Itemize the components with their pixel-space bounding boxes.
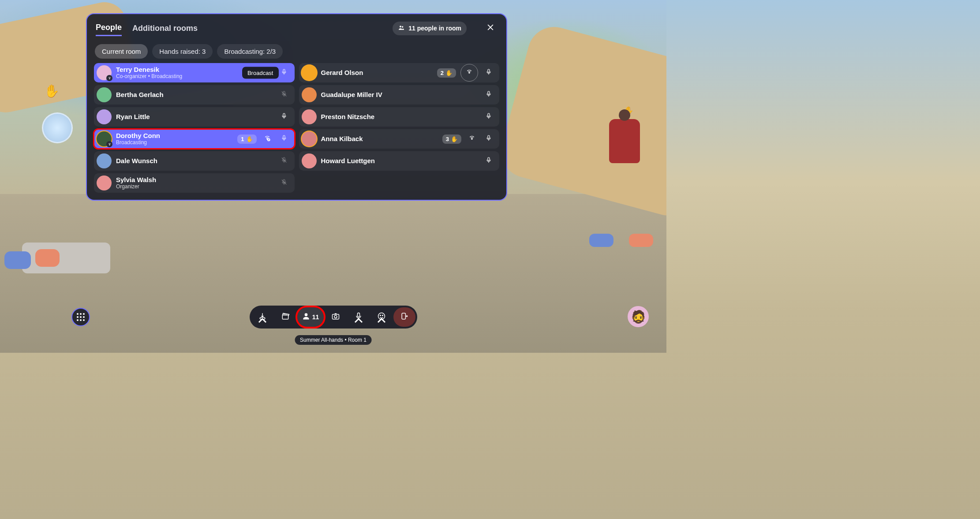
svg-point-17 bbox=[471, 138, 472, 139]
mic-muted-icon bbox=[281, 179, 288, 187]
svg-rect-10 bbox=[488, 91, 490, 94]
svg-point-32 bbox=[382, 315, 383, 316]
person-name-col: Howard Luettgen bbox=[321, 157, 479, 164]
close-button[interactable] bbox=[483, 20, 497, 36]
people-icon bbox=[398, 24, 405, 33]
leave-icon bbox=[400, 312, 409, 322]
svg-rect-18 bbox=[488, 135, 490, 138]
svg-point-13 bbox=[109, 144, 110, 145]
mic-status[interactable] bbox=[278, 133, 290, 145]
broadcast-stop-icon bbox=[264, 134, 271, 143]
mic-status[interactable] bbox=[483, 133, 495, 145]
hand-raised-badge: 1 ✋ bbox=[237, 134, 256, 144]
self-avatar[interactable]: 🧔 bbox=[628, 306, 649, 327]
svg-rect-25 bbox=[282, 315, 288, 319]
person-name-col: Dorothy Conn Broadcasting bbox=[116, 132, 233, 146]
mic-icon bbox=[485, 134, 492, 143]
avatar bbox=[302, 65, 317, 80]
svg-rect-12 bbox=[488, 113, 490, 116]
mic-status[interactable] bbox=[483, 67, 495, 79]
svg-rect-33 bbox=[402, 313, 405, 319]
filter-current-room[interactable]: Current room bbox=[95, 44, 148, 59]
filter-broadcasting[interactable]: Broadcasting: 2/3 bbox=[217, 44, 283, 59]
people-grid: Terry Denesik Co-organizer • Broadcastin… bbox=[93, 63, 500, 193]
person-name: Howard Luettgen bbox=[321, 157, 479, 164]
env-avatar-right bbox=[609, 119, 640, 163]
grid-icon bbox=[77, 313, 85, 321]
person-row[interactable]: Anna Kilback 3 ✋ bbox=[299, 129, 500, 149]
clapper-button[interactable] bbox=[274, 307, 296, 327]
room-count-pill[interactable]: 11 people in room bbox=[393, 22, 467, 35]
filter-row: Current room Hands raised: 3 Broadcastin… bbox=[93, 39, 500, 63]
person-name-col: Anna Kilback bbox=[321, 135, 438, 142]
person-subtitle: Organizer bbox=[116, 184, 273, 190]
mic-icon bbox=[281, 68, 288, 77]
svg-rect-27 bbox=[332, 314, 339, 319]
microphone-button[interactable] bbox=[348, 307, 370, 327]
mic-icon bbox=[485, 112, 492, 121]
raised-hand-icon: ✋ bbox=[44, 84, 60, 98]
hand-raised-badge: 2 ✋ bbox=[437, 68, 456, 78]
svg-point-28 bbox=[334, 315, 337, 318]
reactions-button[interactable] bbox=[370, 307, 393, 327]
person-name-col: Sylvia Walsh Organizer bbox=[116, 176, 273, 190]
avatar bbox=[97, 87, 112, 102]
person-row[interactable]: Howard Luettgen bbox=[299, 151, 500, 171]
person-row[interactable]: Sylvia Walsh Organizer bbox=[94, 173, 295, 193]
person-name-col: Dale Wunsch bbox=[116, 157, 273, 164]
room-count-label: 11 people in room bbox=[408, 25, 461, 32]
mic-status[interactable] bbox=[483, 89, 495, 101]
broadcast-button[interactable] bbox=[466, 133, 478, 145]
person-icon bbox=[302, 312, 310, 322]
person-row[interactable]: Dorothy Conn Broadcasting 1 ✋ bbox=[94, 129, 295, 149]
person-row[interactable]: Dale Wunsch bbox=[94, 151, 295, 171]
person-row[interactable]: Preston Nitzsche bbox=[299, 107, 500, 127]
person-subtitle: Broadcasting bbox=[116, 140, 233, 146]
filter-hands-raised[interactable]: Hands raised: 3 bbox=[152, 44, 213, 59]
person-name-col: Guadalupe Miller IV bbox=[321, 91, 479, 98]
person-row[interactable]: Terry Denesik Co-organizer • Broadcastin… bbox=[94, 63, 295, 82]
people-button[interactable]: 11 bbox=[297, 307, 324, 327]
mic-muted-icon bbox=[281, 157, 288, 165]
svg-rect-7 bbox=[488, 69, 490, 72]
person-row[interactable]: Ryan Little bbox=[94, 107, 295, 127]
mic-status[interactable] bbox=[278, 89, 290, 101]
teleport-button[interactable] bbox=[251, 307, 273, 327]
mic-status[interactable] bbox=[278, 177, 290, 189]
background-pillow bbox=[35, 249, 60, 267]
avatar bbox=[97, 131, 112, 146]
broadcast-button[interactable] bbox=[460, 64, 478, 82]
tab-people[interactable]: People bbox=[96, 20, 122, 36]
avatar bbox=[97, 153, 112, 168]
svg-rect-16 bbox=[283, 135, 285, 138]
mic-status[interactable] bbox=[278, 67, 290, 79]
avatar bbox=[302, 153, 317, 168]
stop-broadcast-button[interactable] bbox=[261, 133, 273, 145]
avatar bbox=[302, 87, 317, 102]
camera-icon bbox=[331, 312, 340, 322]
person-row[interactable]: Guadalupe Miller IV bbox=[299, 85, 500, 105]
person-name-col: Gerard Olson bbox=[321, 69, 433, 76]
menu-button[interactable] bbox=[71, 308, 90, 326]
avatar bbox=[97, 109, 112, 124]
background-pillow bbox=[589, 234, 613, 247]
leave-button[interactable] bbox=[393, 307, 415, 327]
camera-button[interactable] bbox=[325, 307, 347, 327]
mic-status[interactable] bbox=[278, 155, 290, 167]
mic-status[interactable] bbox=[483, 155, 495, 167]
avatar bbox=[97, 65, 112, 80]
person-name: Dale Wunsch bbox=[116, 157, 273, 164]
mic-muted-icon bbox=[281, 90, 288, 99]
person-name: Sylvia Walsh bbox=[116, 176, 273, 183]
svg-point-6 bbox=[469, 72, 470, 73]
tab-additional-rooms[interactable]: Additional rooms bbox=[132, 21, 198, 36]
mic-status[interactable] bbox=[278, 111, 290, 123]
person-name-col: Preston Nitzsche bbox=[321, 113, 479, 120]
person-row[interactable]: Bertha Gerlach bbox=[94, 85, 295, 105]
person-row[interactable]: Gerard Olson 2 ✋ bbox=[299, 63, 500, 82]
chevron-up-icon bbox=[258, 316, 267, 325]
mic-status[interactable] bbox=[483, 111, 495, 123]
svg-rect-5 bbox=[283, 69, 285, 72]
person-name: Ryan Little bbox=[116, 113, 273, 120]
avatar bbox=[97, 175, 112, 190]
